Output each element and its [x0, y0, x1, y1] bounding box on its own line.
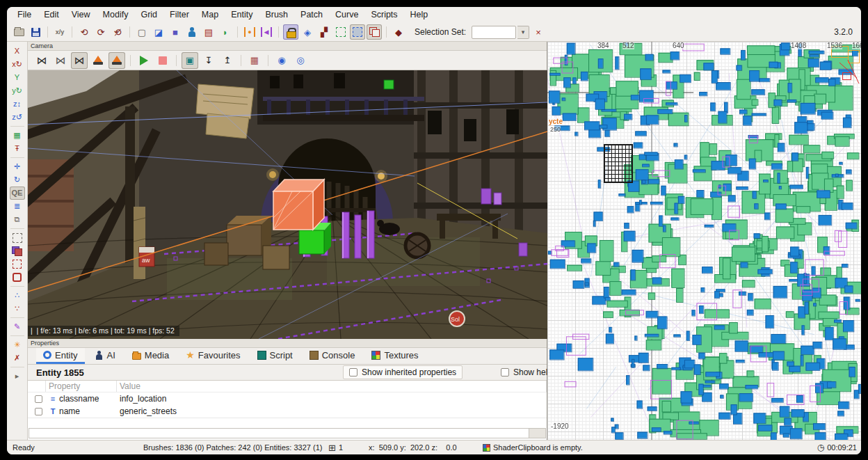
- brush-resize-button[interactable]: ▢: [134, 24, 150, 40]
- cam-play-button[interactable]: [136, 52, 152, 69]
- menu-grid[interactable]: Grid: [134, 7, 163, 23]
- move-arrows-icon: ✛: [14, 163, 20, 170]
- menu-modify[interactable]: Modify: [97, 7, 135, 23]
- decal-tool-button[interactable]: ✳: [10, 338, 25, 351]
- open-map-button[interactable]: [11, 24, 26, 40]
- clone-button[interactable]: ⧉: [10, 213, 25, 226]
- value-column-header[interactable]: Value: [117, 381, 547, 392]
- value-entry-input[interactable]: [29, 428, 529, 438]
- lock-selection-button[interactable]: [283, 24, 298, 40]
- eyes-off-icon: ◎: [296, 56, 304, 65]
- hollow-select-button[interactable]: [10, 257, 25, 271]
- paint-tool-button[interactable]: ✎: [10, 320, 25, 333]
- curve-button[interactable]: ◗: [218, 24, 233, 40]
- cam-wireframe-button[interactable]: ⋈: [33, 52, 50, 69]
- ortho-map-canvas[interactable]: [547, 42, 861, 440]
- hollow-brush-button[interactable]: [10, 271, 25, 284]
- tab-favourites[interactable]: ★Favourites: [179, 348, 247, 364]
- menu-brush[interactable]: Brush: [259, 7, 294, 23]
- save-map-button[interactable]: [28, 24, 43, 40]
- clear-selection-set-button[interactable]: ×: [531, 24, 546, 40]
- menu-curve[interactable]: Curve: [329, 7, 364, 23]
- cam-lighting-shadows-button[interactable]: [108, 52, 125, 69]
- select-complete-button[interactable]: [367, 24, 382, 40]
- show-inherited-checkbox[interactable]: [349, 368, 357, 376]
- vertex-drag-button[interactable]: Ŧ: [10, 142, 25, 155]
- manipulator-button[interactable]: ◈: [300, 24, 315, 40]
- undo-button[interactable]: ⟲: [77, 24, 92, 40]
- flip-y-button[interactable]: Y: [10, 71, 25, 84]
- table-row[interactable]: ≡classname info_location: [28, 392, 547, 405]
- menu-view[interactable]: View: [65, 7, 97, 23]
- tab-textures[interactable]: Textures: [364, 348, 425, 364]
- layers-button[interactable]: ≣: [10, 200, 25, 213]
- cam-stereo-button[interactable]: ◉: [273, 52, 290, 69]
- tab-ai[interactable]: AI: [88, 348, 122, 364]
- rotate-y-button[interactable]: y↻: [10, 84, 25, 97]
- menu-patch[interactable]: Patch: [294, 7, 329, 23]
- cam-lighting-button[interactable]: [90, 52, 106, 69]
- row-checkbox[interactable]: [35, 408, 42, 415]
- property-name: classname: [59, 394, 99, 404]
- lamp-shadow-icon: [112, 56, 122, 65]
- cam-stereo-off-button[interactable]: ◎: [292, 52, 309, 69]
- cam-textured-button[interactable]: ⋈: [71, 52, 88, 69]
- cam-far-clip-button[interactable]: ▣: [182, 52, 198, 69]
- csg-subtract-button[interactable]: ∵: [10, 302, 25, 315]
- create-speaker-button[interactable]: ◀: [259, 24, 274, 40]
- tab-console[interactable]: Console: [303, 348, 362, 364]
- menu-file[interactable]: File: [11, 7, 38, 23]
- model-button[interactable]: ◆: [391, 24, 406, 40]
- toolbar-expander-button[interactable]: ▸: [10, 370, 25, 383]
- menu-scripts[interactable]: Scripts: [364, 7, 403, 23]
- reload-defs-button[interactable]: ⟲̸: [110, 24, 125, 40]
- texture-tool-button[interactable]: ▞: [316, 24, 332, 40]
- value-apply-button[interactable]: [529, 428, 546, 438]
- selection-set-input[interactable]: [472, 26, 516, 39]
- ortho-2d-viewport[interactable]: 384 512 640 1408 1536 1664 ycte 250 -192…: [547, 42, 861, 440]
- show-help-checkbox[interactable]: [501, 368, 509, 376]
- rotate-x-button[interactable]: x↻: [10, 58, 25, 71]
- cam-floor-down-button[interactable]: ↧: [200, 52, 217, 69]
- player-start-button[interactable]: [184, 24, 200, 40]
- menu-entity[interactable]: Entity: [225, 7, 259, 23]
- menu-help[interactable]: Help: [404, 7, 435, 23]
- menu-filter[interactable]: Filter: [163, 7, 195, 23]
- qe-tool-button[interactable]: QE: [10, 187, 25, 200]
- clipper-button[interactable]: ✗: [10, 351, 25, 365]
- cam-stop-button[interactable]: [154, 52, 171, 69]
- flip-x-button[interactable]: X: [10, 45, 25, 58]
- snap-to-grid-button[interactable]: ▦: [10, 129, 25, 142]
- row-checkbox[interactable]: [35, 395, 42, 403]
- shader-clipboard-icon: [483, 444, 490, 452]
- tab-media[interactable]: Media: [125, 348, 176, 364]
- flip-z-button[interactable]: z↕: [10, 97, 25, 111]
- cam-floor-up-button[interactable]: ↥: [219, 52, 236, 69]
- rotate-z-button[interactable]: z↺: [10, 111, 25, 124]
- tab-script[interactable]: Script: [250, 348, 300, 364]
- rotate-mode-button[interactable]: ↻: [10, 173, 25, 187]
- menu-edit[interactable]: Edit: [38, 7, 65, 23]
- prefab-button[interactable]: ▤: [201, 24, 216, 40]
- create-light-button[interactable]: ●: [242, 24, 257, 40]
- cam-flat-button[interactable]: ⋈: [52, 52, 69, 69]
- camera-3d-viewport[interactable]: aw: [28, 70, 547, 339]
- menu-map[interactable]: Map: [195, 7, 225, 23]
- table-row[interactable]: Tname generic_streets: [28, 405, 547, 418]
- brush-solid-button[interactable]: ■: [168, 24, 183, 40]
- csg-merge-button[interactable]: ∴: [10, 289, 25, 302]
- select-inside-button[interactable]: [350, 24, 365, 40]
- size-info-toggle-button[interactable]: x/y: [52, 24, 67, 40]
- brush-create-button[interactable]: ◪: [151, 24, 166, 40]
- translate-mode-button[interactable]: ✛: [10, 160, 25, 173]
- select-touching-button[interactable]: [333, 24, 348, 40]
- copy-shader-button[interactable]: [10, 244, 25, 257]
- selection-set-dropdown-button[interactable]: ▾: [517, 26, 529, 39]
- tab-entity[interactable]: Entity: [36, 348, 85, 364]
- property-column-header[interactable]: Property: [46, 381, 117, 392]
- marquee-select-button[interactable]: [10, 231, 25, 244]
- toolbar-separator: [237, 26, 238, 38]
- status-grid: ⊞ 1: [328, 441, 343, 454]
- cam-grid-button[interactable]: ▦: [246, 52, 263, 69]
- redo-button[interactable]: ⟳: [93, 24, 108, 40]
